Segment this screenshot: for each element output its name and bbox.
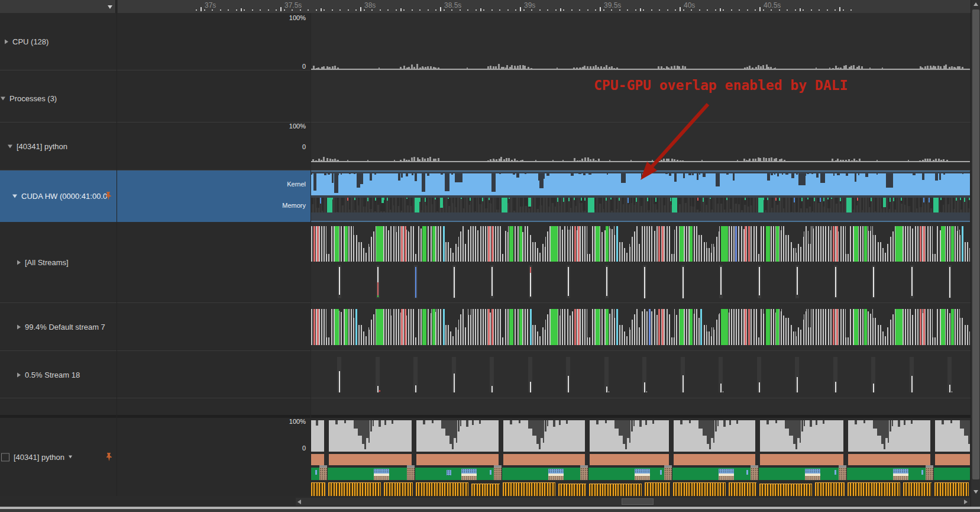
cpu-usage-dip	[619, 420, 623, 436]
cpu-usage-dip	[559, 420, 561, 425]
pattern-bar	[408, 67, 410, 69]
row-label: CPU (128)	[12, 37, 48, 46]
pattern-bar	[524, 66, 526, 69]
expand-icon[interactable]	[17, 260, 21, 265]
density-dip	[968, 226, 970, 248]
row-header-all-streams[interactable]: [All Streams]	[0, 222, 311, 302]
kernel-gap	[341, 173, 342, 175]
collapse-icon[interactable]	[1, 96, 5, 100]
row-label: Processes (3)	[9, 94, 57, 103]
ruler-minor-tick	[779, 9, 780, 11]
cpu-usage-dip	[789, 420, 793, 436]
pattern-bar	[832, 68, 834, 69]
row-header-default-stream[interactable]: 99.4% Default stream 7	[0, 303, 311, 350]
marker-block-top	[805, 469, 820, 474]
timeline-row-all-streams: [All Streams]	[0, 222, 971, 303]
api-call-segment	[328, 482, 381, 496]
horizontal-scrollbar[interactable]	[296, 498, 970, 505]
density-dip	[964, 226, 968, 242]
default-stream-chart[interactable]	[311, 303, 970, 350]
scroll-right-icon[interactable]	[964, 500, 968, 504]
ruler-minor-tick	[204, 9, 205, 11]
pattern-bar	[347, 160, 348, 161]
pattern-bar	[858, 67, 859, 69]
expand-icon[interactable]	[17, 324, 21, 329]
row-header-pinned-python[interactable]: [40341] python 100% 0	[0, 418, 311, 496]
row-header-python[interactable]: [40341] python 100% 0	[0, 123, 311, 170]
row-header-cpu[interactable]: CPU (128) 100% 0	[0, 13, 311, 70]
memory-dark	[622, 198, 624, 204]
cuda-hw-chart[interactable]	[311, 170, 970, 222]
density-dip	[396, 226, 398, 232]
cpu-usage-dip	[855, 420, 857, 424]
ruler-minor-tick	[220, 9, 221, 11]
expand-icon[interactable]	[17, 372, 21, 377]
all-streams-sparse[interactable]	[311, 262, 970, 302]
pattern-bar	[590, 160, 591, 161]
ruler-minor-tick	[795, 9, 796, 11]
sparse-bar	[720, 267, 722, 295]
row-checkbox[interactable]	[1, 453, 9, 461]
pattern-bar	[840, 67, 842, 69]
density-dip	[547, 309, 549, 314]
memory-transfer	[406, 198, 407, 199]
tree-column-divider[interactable]	[117, 13, 117, 496]
kernel-gap	[816, 173, 819, 178]
horizontal-scrollbar-zone	[0, 496, 971, 507]
all-streams-kernel-density[interactable]	[311, 226, 970, 262]
memory-transfer	[387, 198, 388, 201]
cpu-usage-dip	[596, 420, 599, 424]
ruler-minor-tick	[252, 9, 253, 11]
expand-icon[interactable]	[5, 39, 8, 44]
chevron-down-icon[interactable]	[108, 5, 112, 9]
collapse-icon[interactable]	[12, 194, 17, 198]
cpu-utilization-chart[interactable]	[311, 13, 970, 70]
cpu-usage-dip	[553, 420, 555, 427]
scroll-left-icon[interactable]	[297, 500, 301, 504]
horizontal-scrollbar-thumb[interactable]	[622, 498, 654, 505]
cpu-usage-dip	[873, 420, 877, 429]
row-header-processes[interactable]: Processes (3)	[0, 70, 311, 122]
tree-header-cell[interactable]	[0, 0, 117, 13]
memory-dark	[363, 198, 366, 207]
vertical-scrollbar[interactable]	[971, 0, 980, 507]
memory-band[interactable]	[311, 198, 970, 212]
cpu-usage-dip	[800, 420, 801, 443]
density-dip	[911, 309, 913, 315]
memory-transfer	[901, 198, 902, 201]
row-header-cuda-hw[interactable]: CUDA HW (0000:41:00.0 Kernel Memory	[0, 170, 311, 222]
cpu-usage-dip	[629, 420, 630, 443]
ruler-minor-tick	[755, 9, 756, 11]
memory-dark	[479, 198, 482, 204]
pattern-bar	[318, 159, 320, 161]
cpu-usage-dip	[547, 420, 548, 426]
pin-icon[interactable]	[105, 192, 112, 202]
vertical-scrollbar-thumb[interactable]	[972, 9, 979, 479]
memory-dark	[370, 198, 372, 209]
cpu-usage-dip	[652, 420, 654, 424]
memory-transfer	[568, 198, 570, 201]
default-stream-density[interactable]	[311, 309, 970, 345]
stream-18-chart[interactable]	[311, 351, 970, 398]
kernel-gap	[774, 173, 775, 175]
pattern-bar	[595, 65, 597, 69]
all-streams-chart[interactable]	[311, 222, 970, 302]
chevron-down-icon[interactable]	[69, 456, 72, 459]
memory-dark	[699, 198, 700, 211]
kernel-green	[941, 309, 945, 345]
memory-transfer	[964, 198, 965, 202]
pattern-bar	[775, 67, 776, 69]
kernel-band[interactable]	[311, 173, 970, 195]
collapse-icon[interactable]	[8, 144, 12, 148]
pattern-bar	[321, 160, 322, 161]
pinned-python-tracks[interactable]	[311, 418, 970, 496]
scroll-up-icon[interactable]	[973, 2, 978, 6]
density-dip	[563, 309, 564, 312]
memory-row-label: Memory	[282, 202, 306, 209]
python-utilization-chart[interactable]	[311, 123, 970, 170]
scale-column-divider[interactable]	[311, 13, 311, 496]
scroll-down-icon[interactable]	[973, 490, 978, 494]
pin-icon[interactable]	[105, 453, 113, 463]
pattern-bar	[318, 67, 319, 69]
row-header-stream-18[interactable]: 0.5% Stream 18	[0, 351, 311, 398]
